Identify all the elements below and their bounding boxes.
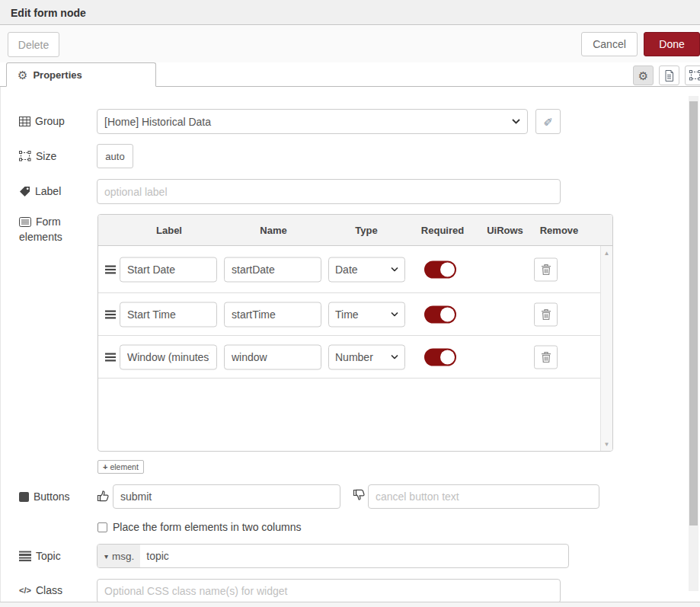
element-name-input[interactable] [224, 302, 321, 327]
form-elements-table-header: Label Name Type Required UiRows Remove [98, 215, 612, 246]
done-button[interactable]: Done [644, 32, 700, 56]
label-input[interactable] [97, 179, 561, 204]
element-name-input[interactable] [224, 257, 321, 282]
buttons-label: Buttons [19, 490, 69, 503]
column-header-uirows: UiRows [487, 225, 523, 236]
thumbs-up-icon [97, 489, 110, 502]
element-type-select[interactable]: Time [328, 302, 405, 327]
form-elements-label-line2: elements [19, 231, 62, 243]
column-header-required: Required [421, 225, 464, 236]
form-element-row: Number [98, 336, 612, 379]
add-element-button[interactable]: +element [97, 460, 144, 474]
chevron-down-icon [391, 355, 398, 359]
two-columns-option: Place the form elements in two columns [97, 521, 301, 533]
column-header-remove: Remove [540, 225, 579, 236]
panel-left-edge [0, 87, 1, 602]
size-button[interactable]: auto [97, 144, 133, 168]
tasks-icon [19, 551, 31, 561]
chevron-down-icon [391, 312, 398, 317]
column-header-name: Name [260, 225, 286, 236]
remove-element-button[interactable] [534, 302, 558, 326]
element-label-input[interactable] [120, 257, 217, 282]
topic-type-button[interactable]: ▾ msg. [97, 545, 140, 567]
properties-view-button[interactable]: ⚙ [633, 65, 654, 85]
label-field-label: Label [19, 185, 61, 197]
dialog-header: Edit form node [0, 0, 700, 25]
appearance-view-button[interactable] [685, 65, 700, 85]
tab-properties[interactable]: ⚙ Properties [6, 62, 156, 87]
tab-bar: ⚙ Properties ⚙ [0, 62, 700, 87]
object-group-icon [19, 151, 31, 161]
cancel-button[interactable]: Cancel [581, 32, 638, 56]
group-label: Group [19, 115, 65, 127]
drag-handle-icon[interactable] [105, 265, 116, 274]
square-icon [19, 492, 29, 502]
drag-handle-icon[interactable] [105, 353, 116, 362]
drag-handle-icon[interactable] [105, 310, 116, 319]
edit-form-node-dialog: Edit form node Delete Cancel Done ⚙ Prop… [0, 0, 700, 607]
remove-element-button[interactable] [534, 257, 558, 281]
class-input[interactable] [97, 579, 561, 603]
object-group-icon [689, 70, 700, 81]
trash-icon [541, 264, 551, 275]
caret-down-icon: ▾ [104, 552, 108, 561]
required-toggle[interactable] [424, 348, 456, 366]
class-label: </> Class [19, 584, 62, 596]
list-alt-icon [19, 217, 31, 227]
code-icon: </> [19, 586, 31, 595]
scrollbar-thumb[interactable] [689, 101, 698, 526]
required-toggle[interactable] [424, 260, 456, 278]
column-header-label: Label [156, 225, 182, 236]
element-label-input[interactable] [120, 302, 217, 327]
dialog-bottom-edge [0, 602, 700, 607]
element-type-select[interactable]: Date [328, 257, 405, 282]
chevron-down-icon [512, 119, 520, 124]
group-select[interactable]: [Home] Historical Data [97, 109, 528, 134]
scroll-down-icon[interactable]: ▼ [601, 441, 612, 448]
form-element-row: Time [98, 293, 612, 336]
scroll-up-icon[interactable]: ▲ [601, 250, 612, 257]
dialog-title: Edit form node [11, 7, 86, 19]
thumbs-down-icon [353, 489, 366, 502]
delete-button[interactable]: Delete [8, 32, 59, 57]
size-label: Size [19, 150, 56, 162]
chevron-down-icon [391, 267, 398, 272]
description-view-button[interactable] [659, 65, 679, 85]
gear-icon: ⚙ [18, 69, 27, 81]
table-icon [19, 117, 30, 126]
topic-value[interactable]: topic [140, 545, 568, 567]
remove-element-button[interactable] [534, 345, 558, 369]
two-columns-label: Place the form elements in two columns [113, 521, 301, 533]
dialog-toolbar: Delete Cancel Done [0, 26, 700, 63]
form-elements-label: Form [19, 216, 61, 228]
tag-icon [19, 186, 30, 197]
topic-label: Topic [19, 550, 61, 562]
pencil-icon: ✎ [543, 116, 553, 127]
cancel-button-text-input[interactable] [368, 484, 599, 509]
edit-group-button[interactable]: ✎ [535, 109, 561, 134]
table-scrollbar[interactable]: ▲ ▼ [600, 246, 612, 452]
element-label-input[interactable] [120, 344, 217, 369]
element-name-input[interactable] [224, 344, 321, 369]
two-columns-checkbox[interactable] [97, 522, 107, 532]
dialog-scrollbar[interactable] [689, 96, 698, 591]
submit-button-text-input[interactable] [113, 484, 340, 509]
file-icon [664, 70, 674, 81]
form-elements-rows: Date Time [98, 246, 612, 452]
trash-icon [541, 351, 551, 363]
form-elements-table: Label Name Type Required UiRows Remove D… [97, 214, 613, 452]
trash-icon [541, 308, 551, 320]
plus-icon: + [103, 462, 107, 471]
required-toggle[interactable] [424, 305, 456, 323]
topic-typed-input: ▾ msg. topic [97, 544, 569, 568]
column-header-type: Type [355, 225, 377, 236]
element-type-select[interactable]: Number [328, 344, 405, 369]
form-element-row: Date [98, 246, 612, 293]
gear-icon: ⚙ [638, 70, 648, 81]
